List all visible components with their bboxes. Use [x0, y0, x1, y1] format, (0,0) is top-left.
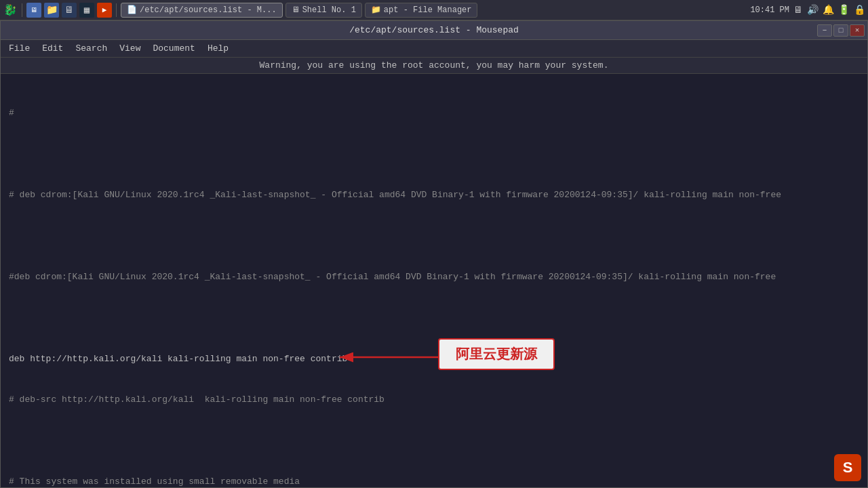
menu-edit[interactable]: Edit	[37, 42, 68, 55]
shell-icon: 🖥	[292, 5, 300, 15]
s-logo: S	[834, 454, 861, 481]
line-6	[9, 311, 859, 325]
menu-file[interactable]: File	[3, 42, 35, 55]
editor-area[interactable]: # # deb cdrom:[Kali GNU/Linux 2020.1rc4 …	[1, 74, 867, 487]
taskbar-shell-btn[interactable]: 🖥 Shell No. 1	[285, 3, 362, 18]
lock-icon[interactable]: 🔒	[854, 4, 865, 16]
filemanager-icon: 📁	[371, 5, 381, 15]
desktop-icon-4[interactable]: ▦	[79, 3, 94, 18]
warning-text: Warning, you are using the root account,…	[260, 60, 609, 70]
line-7: deb http://http.kali.org/kali kali-rolli…	[9, 352, 859, 366]
notification-icon[interactable]: 🔔	[823, 4, 834, 16]
window-controls: − □ ×	[817, 24, 865, 37]
taskbar-mousepad-btn[interactable]: 📄 /etc/apt/sources.list - M...	[121, 3, 283, 18]
line-3: # deb cdrom:[Kali GNU/Linux 2020.1rc4 _K…	[9, 188, 859, 202]
start-icon[interactable]: 🐉	[3, 3, 18, 18]
mousepad-icon: 📄	[127, 5, 137, 15]
line-9	[9, 434, 859, 448]
close-button[interactable]: ×	[850, 24, 865, 37]
minimize-button[interactable]: −	[817, 24, 832, 37]
line-4	[9, 230, 859, 243]
line-1: #	[9, 106, 859, 120]
desktop-icon-1[interactable]: 🖥	[26, 3, 41, 18]
desktop-icon-5[interactable]: ▶	[97, 3, 112, 18]
mousepad-window: /etc/apt/sources.list - Mousepad − □ × F…	[0, 20, 868, 488]
taskbar: 🐉 🖥 📁 🖥 ▦ ▶ 📄 /etc/apt/sources.list - M.…	[0, 0, 868, 20]
desktop-icon-2[interactable]: 📁	[44, 3, 59, 18]
desktop-icon-3[interactable]: 🖥	[62, 3, 77, 18]
menubar: File Edit Search View Document Help	[1, 40, 867, 58]
taskbar-filemanager-btn[interactable]: 📁 apt - File Manager	[365, 3, 478, 18]
line-8: # deb-src http://http.kali.org/kali kali…	[9, 393, 859, 407]
line-10: # This system was installed using small …	[9, 475, 859, 487]
editor-content: # # deb cdrom:[Kali GNU/Linux 2020.1rc4 …	[9, 79, 859, 487]
menu-document[interactable]: Document	[147, 42, 200, 55]
line-2	[9, 148, 859, 161]
menu-help[interactable]: Help	[202, 42, 234, 55]
window-titlebar: /etc/apt/sources.list - Mousepad − □ ×	[1, 21, 867, 40]
window-title: /etc/apt/sources.list - Mousepad	[349, 25, 519, 35]
warning-bar: Warning, you are using the root account,…	[1, 58, 867, 74]
menu-view[interactable]: View	[114, 42, 146, 55]
clock: 10:41 PM	[750, 5, 789, 15]
maximize-button[interactable]: □	[833, 24, 848, 37]
line-5: #deb cdrom:[Kali GNU/Linux 2020.1rc4 _Ka…	[9, 270, 859, 284]
volume-icon[interactable]: 🔊	[807, 4, 818, 16]
monitor-icon: 🖥	[793, 5, 803, 16]
battery-icon: 🔋	[838, 4, 850, 16]
menu-search[interactable]: Search	[70, 42, 113, 55]
